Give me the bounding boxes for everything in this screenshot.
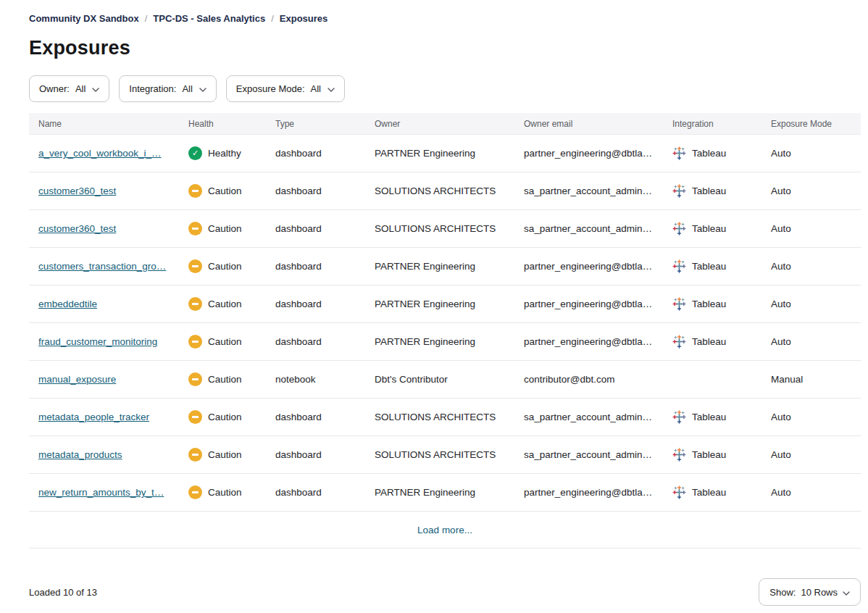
- column-header-integration: Integration: [663, 119, 761, 129]
- exposure-name-link[interactable]: a_very_cool_workbook_i_…: [38, 148, 162, 159]
- type-cell: dashboard: [266, 185, 365, 196]
- exposure-name-link[interactable]: fraud_customer_monitoring: [38, 336, 157, 347]
- health-status-label: Caution: [208, 261, 242, 272]
- integration-label: Tableau: [692, 148, 726, 159]
- column-header-type: Type: [266, 119, 365, 129]
- type-cell: dashboard: [266, 449, 365, 460]
- health-status-icon: [188, 184, 202, 198]
- exposure-mode-cell: Auto: [761, 336, 861, 347]
- owner-email-cell: sa_partner_account_admin…: [514, 412, 663, 422]
- health-status-label: Caution: [208, 223, 242, 234]
- page-title: Exposures: [29, 37, 861, 59]
- filter-bar: Owner: All Integration: All Exposure Mod…: [29, 75, 861, 102]
- exposure-mode-cell: Auto: [761, 412, 861, 422]
- column-header-owner: Owner: [365, 119, 514, 129]
- integration-cell: Tableau: [663, 297, 761, 311]
- integration-cell: Tableau: [663, 222, 761, 235]
- breadcrumb-separator: /: [145, 13, 148, 24]
- load-more-row: Load more...: [29, 512, 861, 549]
- integration-label: Tableau: [692, 336, 726, 347]
- table-body: a_very_cool_workbook_i_… Healthy dashboa…: [29, 135, 861, 512]
- exposure-mode-filter-label: Exposure Mode:: [236, 83, 305, 94]
- tableau-icon: [672, 485, 686, 499]
- tableau-icon: [672, 259, 686, 273]
- integration-cell: Tableau: [663, 448, 761, 462]
- tableau-icon: [672, 184, 686, 198]
- owner-email-cell: partner_engineering@dbtla…: [514, 487, 663, 498]
- health-status-icon: [188, 297, 202, 311]
- chevron-down-icon: [90, 83, 99, 94]
- integration-label: Tableau: [692, 299, 726, 309]
- health-status-label: Caution: [208, 449, 242, 460]
- column-header-owner-email: Owner email: [514, 119, 663, 129]
- integration-label: Tableau: [692, 261, 726, 272]
- breadcrumb-separator: /: [271, 13, 274, 24]
- show-label: Show:: [769, 587, 796, 598]
- tableau-icon: [672, 146, 686, 160]
- breadcrumb-item-environment[interactable]: TPC-DS - Sales Analytics: [153, 13, 265, 24]
- health-status-label: Caution: [208, 487, 242, 498]
- exposure-name-link[interactable]: new_return_amounts_by_t…: [38, 487, 164, 498]
- health-status-icon: [188, 222, 202, 235]
- exposure-mode-cell: Auto: [761, 261, 861, 272]
- exposure-name-link[interactable]: customer360_test: [38, 223, 116, 234]
- type-cell: dashboard: [266, 223, 365, 234]
- integration-cell: Tableau: [663, 410, 761, 424]
- table-row: fraud_customer_monitoring Caution dashbo…: [29, 323, 861, 361]
- exposure-mode-cell: Auto: [761, 223, 861, 234]
- integration-filter-label: Integration:: [129, 83, 176, 94]
- table-row: metadata_people_tracker Caution dashboar…: [29, 399, 861, 436]
- exposure-mode-cell: Auto: [761, 299, 861, 309]
- type-cell: dashboard: [266, 412, 365, 422]
- rows-per-page-dropdown[interactable]: Show: 10 Rows: [759, 578, 861, 606]
- owner-email-cell: partner_engineering@dbtla…: [514, 148, 663, 159]
- owner-cell: Dbt's Contributor: [365, 374, 514, 385]
- type-cell: dashboard: [266, 299, 365, 309]
- exposure-mode-filter-dropdown[interactable]: Exposure Mode: All: [226, 75, 345, 102]
- breadcrumb-item-project[interactable]: Community DX Sandbox: [29, 13, 139, 24]
- table-row: manual_exposure Caution notebook Dbt's C…: [29, 361, 861, 399]
- owner-cell: PARTNER Engineering: [365, 148, 514, 159]
- owner-cell: SOLUTIONS ARCHITECTS: [365, 412, 514, 422]
- breadcrumb: Community DX Sandbox / TPC-DS - Sales An…: [29, 13, 861, 24]
- owner-cell: SOLUTIONS ARCHITECTS: [365, 185, 514, 196]
- tableau-icon: [672, 222, 686, 235]
- integration-filter-value: All: [182, 83, 192, 94]
- exposure-name-link[interactable]: customer360_test: [38, 185, 116, 196]
- table-row: embeddedtile Caution dashboard PARTNER E…: [29, 285, 861, 323]
- exposure-mode-cell: Auto: [761, 148, 861, 159]
- integration-label: Tableau: [692, 185, 726, 196]
- health-status-label: Healthy: [208, 148, 241, 159]
- exposure-mode-cell: Manual: [761, 374, 861, 385]
- type-cell: dashboard: [266, 336, 365, 347]
- health-status-icon: [188, 448, 202, 462]
- load-more-link[interactable]: Load more...: [417, 525, 472, 535]
- integration-filter-dropdown[interactable]: Integration: All: [119, 75, 217, 102]
- chevron-down-icon: [325, 83, 335, 94]
- column-header-exposure-mode: Exposure Mode: [761, 119, 861, 129]
- health-status-icon: [188, 335, 202, 349]
- exposure-name-link[interactable]: metadata_people_tracker: [38, 412, 149, 422]
- exposure-name-link[interactable]: manual_exposure: [38, 374, 116, 385]
- health-status-icon: [188, 146, 202, 160]
- breadcrumb-item-exposures: Exposures: [280, 13, 327, 24]
- owner-email-cell: sa_partner_account_admin…: [514, 223, 663, 234]
- health-status-icon: [188, 485, 202, 499]
- owner-cell: SOLUTIONS ARCHITECTS: [365, 223, 514, 234]
- integration-cell: Tableau: [663, 259, 761, 273]
- table-row: a_very_cool_workbook_i_… Healthy dashboa…: [29, 135, 861, 172]
- health-status-icon: [188, 372, 202, 386]
- owner-filter-dropdown[interactable]: Owner: All: [29, 75, 109, 102]
- health-status-icon: [188, 259, 202, 273]
- tableau-icon: [672, 335, 686, 349]
- exposure-name-link[interactable]: embeddedtile: [38, 299, 97, 309]
- table-row: customers_transaction_gro… Caution dashb…: [29, 248, 861, 285]
- health-status-icon: [188, 410, 202, 424]
- exposure-name-link[interactable]: customers_transaction_gro…: [38, 261, 166, 272]
- integration-cell: Tableau: [663, 335, 761, 349]
- column-header-name: Name: [29, 119, 179, 129]
- column-header-health: Health: [179, 119, 266, 129]
- owner-cell: PARTNER Engineering: [365, 487, 514, 498]
- owner-cell: PARTNER Engineering: [365, 261, 514, 272]
- exposure-name-link[interactable]: metadata_products: [38, 449, 122, 460]
